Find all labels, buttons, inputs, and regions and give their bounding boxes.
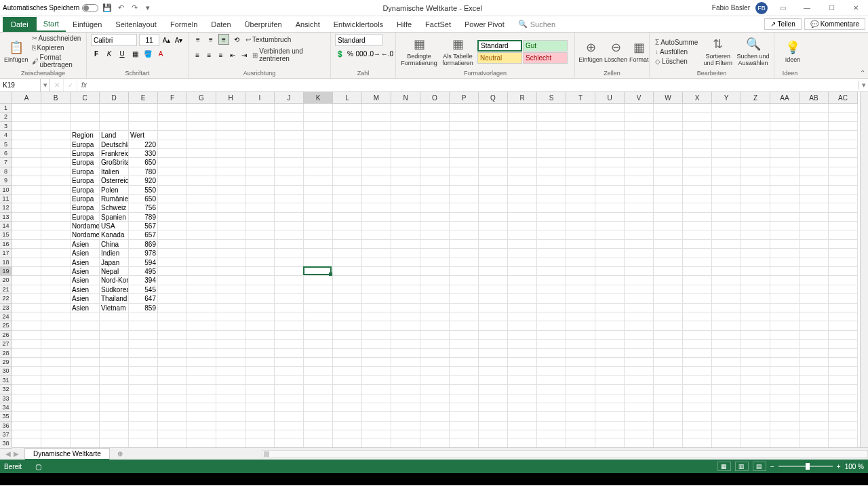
cell[interactable] xyxy=(158,439,187,447)
cell[interactable] xyxy=(420,158,450,167)
cell[interactable] xyxy=(770,403,800,412)
cell[interactable] xyxy=(712,249,741,258)
cell[interactable] xyxy=(595,312,625,321)
col-header[interactable]: R xyxy=(508,92,537,104)
cell[interactable] xyxy=(275,349,304,358)
cell[interactable] xyxy=(654,276,683,285)
minimize-icon[interactable]: — xyxy=(797,1,816,15)
cell[interactable] xyxy=(245,304,275,312)
col-header[interactable]: B xyxy=(41,92,71,104)
cell[interactable] xyxy=(362,394,391,403)
cell[interactable] xyxy=(245,403,275,412)
cell[interactable] xyxy=(362,131,391,140)
cell[interactable] xyxy=(654,285,683,294)
cell[interactable] xyxy=(420,222,450,230)
cell[interactable] xyxy=(12,376,41,385)
cell[interactable] xyxy=(187,294,216,303)
cell[interactable]: Nordamerika xyxy=(71,222,100,230)
cell[interactable] xyxy=(71,376,100,385)
cell[interactable] xyxy=(479,403,508,412)
cell[interactable] xyxy=(391,367,420,375)
cell[interactable] xyxy=(479,376,508,385)
cell[interactable] xyxy=(566,131,595,140)
cell[interactable] xyxy=(187,358,216,367)
cell[interactable] xyxy=(829,131,858,140)
cell[interactable] xyxy=(391,358,420,367)
sort-filter-button[interactable]: ⇅Sortieren und Filtern xyxy=(701,34,734,69)
cell[interactable] xyxy=(275,304,304,312)
cell[interactable] xyxy=(275,222,304,230)
cell[interactable] xyxy=(187,422,216,430)
cell[interactable] xyxy=(654,213,683,222)
comments-button[interactable]: 💬 Kommentare xyxy=(804,18,865,30)
cell[interactable] xyxy=(450,140,479,149)
cell[interactable] xyxy=(12,222,41,230)
cell[interactable] xyxy=(683,249,712,258)
cell[interactable] xyxy=(333,249,362,258)
cell[interactable] xyxy=(683,104,712,113)
cell[interactable] xyxy=(304,349,333,358)
cell[interactable] xyxy=(741,430,770,439)
cell[interactable] xyxy=(770,285,800,294)
collapse-ribbon-icon[interactable]: ⌃ xyxy=(860,69,865,77)
underline-button[interactable]: U xyxy=(117,48,127,59)
cell[interactable] xyxy=(770,321,800,330)
cell[interactable] xyxy=(100,412,129,421)
cell[interactable] xyxy=(275,439,304,447)
cell[interactable]: Asien xyxy=(71,294,100,303)
cell[interactable] xyxy=(333,122,362,131)
cell[interactable] xyxy=(479,149,508,158)
cell[interactable] xyxy=(187,394,216,403)
cell[interactable] xyxy=(420,230,450,239)
number-format-select[interactable] xyxy=(335,34,382,46)
cell[interactable] xyxy=(41,186,71,195)
cell[interactable] xyxy=(537,321,566,330)
close-icon[interactable]: ✕ xyxy=(846,1,865,15)
clear-button[interactable]: ◇Löschen xyxy=(654,57,699,66)
cell[interactable] xyxy=(800,376,829,385)
cell[interactable] xyxy=(450,213,479,222)
cell[interactable] xyxy=(595,285,625,294)
cell[interactable] xyxy=(100,104,129,113)
tab-daten[interactable]: Daten xyxy=(204,17,237,32)
cell[interactable] xyxy=(566,113,595,121)
cell[interactable] xyxy=(625,349,654,358)
row-header[interactable]: 23 xyxy=(0,304,12,312)
cell[interactable] xyxy=(450,385,479,394)
row-header[interactable]: 15 xyxy=(0,230,12,239)
cell[interactable] xyxy=(216,176,245,185)
cell[interactable] xyxy=(770,267,800,276)
row-header[interactable]: 11 xyxy=(0,195,12,203)
cell[interactable] xyxy=(508,131,537,140)
cell[interactable] xyxy=(158,104,187,113)
cell[interactable] xyxy=(304,276,333,285)
cell[interactable] xyxy=(595,394,625,403)
cell[interactable] xyxy=(420,358,450,367)
col-header[interactable]: G xyxy=(187,92,216,104)
cell[interactable] xyxy=(625,258,654,267)
cell[interactable] xyxy=(595,422,625,430)
cell[interactable] xyxy=(800,349,829,358)
cell[interactable] xyxy=(158,186,187,195)
cell[interactable] xyxy=(245,230,275,239)
cell[interactable] xyxy=(625,376,654,385)
cell[interactable] xyxy=(216,195,245,203)
cell[interactable] xyxy=(450,167,479,176)
cell-style-schlecht[interactable]: Schlecht xyxy=(523,52,568,64)
cell[interactable] xyxy=(537,358,566,367)
cell[interactable] xyxy=(158,113,187,121)
cell[interactable] xyxy=(479,158,508,167)
cell[interactable] xyxy=(100,358,129,367)
cell[interactable] xyxy=(595,113,625,121)
cell[interactable] xyxy=(508,312,537,321)
cell[interactable] xyxy=(770,131,800,140)
cell[interactable] xyxy=(770,203,800,212)
cell[interactable] xyxy=(362,203,391,212)
cell[interactable] xyxy=(537,158,566,167)
cell[interactable] xyxy=(770,358,800,367)
cell[interactable] xyxy=(41,367,71,375)
cell[interactable] xyxy=(595,222,625,230)
cell[interactable] xyxy=(275,195,304,203)
cell[interactable] xyxy=(158,176,187,185)
cell[interactable] xyxy=(12,294,41,303)
